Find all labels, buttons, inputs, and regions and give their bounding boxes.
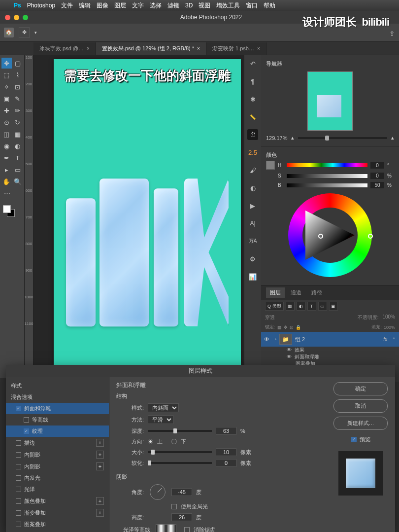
stamp-tool[interactable]: ⊙ xyxy=(1,117,12,128)
gradient-tool[interactable]: ▦ xyxy=(13,129,23,140)
add-icon[interactable]: + xyxy=(96,462,104,470)
lock-all-icon[interactable]: 🔒 xyxy=(296,325,301,330)
lock-artboard-icon[interactable]: ⊡ xyxy=(290,325,294,330)
home-icon[interactable]: 🏠 xyxy=(4,28,14,37)
shape-tool[interactable]: ▭ xyxy=(13,164,23,175)
move-tool-icon[interactable]: ✥ xyxy=(19,27,30,38)
path-select-tool[interactable]: ▸ xyxy=(1,164,12,175)
move-tool[interactable]: ✥ xyxy=(1,58,12,69)
global-light-checkbox[interactable] xyxy=(171,504,177,509)
frame-tool[interactable]: ▣ xyxy=(1,93,12,104)
edit-toolbar[interactable]: ⋯ xyxy=(1,188,12,199)
share-icon[interactable]: ⇪ xyxy=(389,30,395,37)
timer-panel-icon[interactable]: ⏱ xyxy=(247,129,258,140)
menu-app[interactable]: Photoshop xyxy=(27,2,55,9)
checkbox-icon[interactable] xyxy=(16,464,21,469)
size-input[interactable] xyxy=(216,448,236,456)
ruler-panel-icon[interactable]: 📏 xyxy=(247,111,258,122)
style-bevel[interactable]: ✓斜面和浮雕 xyxy=(6,403,109,414)
eraser-tool[interactable]: ◫ xyxy=(1,129,12,140)
style-color-overlay[interactable]: 颜色叠加+ xyxy=(6,495,109,507)
tab-channels[interactable]: 通道 xyxy=(287,287,305,298)
saturation-value[interactable]: 0 xyxy=(370,173,384,179)
heal-tool[interactable]: ✚ xyxy=(1,105,12,116)
blend-mode-select[interactable]: 穿透 xyxy=(265,314,275,321)
color-wheel[interactable] xyxy=(288,193,372,277)
menu-plugins[interactable]: 增效工具 xyxy=(216,1,240,10)
lasso-tool[interactable]: ⌇ xyxy=(13,70,23,80)
styles-header[interactable]: 样式 xyxy=(6,380,109,391)
style-satin[interactable]: 光泽 xyxy=(6,484,109,495)
style-inner-shadow-2[interactable]: 内阴影+ xyxy=(6,461,109,472)
layer-effects-label[interactable]: 👁效果 xyxy=(261,347,399,354)
checkbox-icon[interactable] xyxy=(16,487,21,492)
filter-smart-icon[interactable]: ▣ xyxy=(329,302,338,311)
traffic-lights[interactable] xyxy=(5,15,28,20)
zoom-tool[interactable]: 🔍 xyxy=(13,176,23,187)
eyedropper-tool[interactable]: ✎ xyxy=(13,93,23,104)
soften-input[interactable] xyxy=(216,459,236,467)
lock-pixels-icon[interactable]: ▦ xyxy=(277,325,282,330)
adjust-panel-icon[interactable]: ◐ xyxy=(247,182,258,193)
soften-slider[interactable] xyxy=(148,462,212,464)
style-texture[interactable]: ✓纹理 xyxy=(6,426,109,437)
chevron-down-icon[interactable]: ⌃ xyxy=(392,337,396,342)
style-stroke[interactable]: 描边+ xyxy=(6,437,109,449)
angle-input[interactable] xyxy=(171,488,192,496)
document-canvas[interactable] xyxy=(54,59,241,365)
menu-window[interactable]: 窗口 xyxy=(246,1,258,10)
checkbox-icon[interactable] xyxy=(16,522,21,527)
checkbox-icon[interactable] xyxy=(16,440,21,446)
filter-shape-icon[interactable]: ▭ xyxy=(318,302,327,311)
checkbox-icon[interactable] xyxy=(16,510,21,516)
tab-paths[interactable]: 路径 xyxy=(307,287,326,298)
cancel-button[interactable]: 取消 xyxy=(333,399,388,413)
doc-tab-2[interactable]: 渐变映射 1.psb…× xyxy=(206,42,266,55)
brushes-panel-icon[interactable]: 🖌 xyxy=(247,165,258,176)
menu-edit[interactable]: 编辑 xyxy=(79,1,91,10)
filter-kind[interactable]: Q 类型 xyxy=(265,302,284,311)
history-brush-tool[interactable]: ↻ xyxy=(13,117,23,128)
checkbox-icon[interactable] xyxy=(24,417,29,423)
sliders-panel-icon[interactable]: ⚙ xyxy=(247,253,258,264)
direction-down-radio[interactable] xyxy=(171,439,177,444)
menu-filter[interactable]: 滤镜 xyxy=(167,1,179,10)
menu-layer[interactable]: 图层 xyxy=(114,1,126,10)
brush-tool[interactable]: ✏ xyxy=(13,105,23,116)
checkbox-icon[interactable] xyxy=(16,475,21,481)
doc-tab-0[interactable]: 冰块字效.psd @…× xyxy=(33,42,96,55)
wand-tool[interactable]: ✧ xyxy=(1,81,12,92)
type-tool[interactable]: T xyxy=(13,152,23,163)
play-panel-icon[interactable]: ▶ xyxy=(247,200,258,211)
color-swatch[interactable] xyxy=(266,161,275,170)
history-panel-icon[interactable]: ↶ xyxy=(247,58,258,69)
ok-button[interactable]: 确定 xyxy=(333,382,388,395)
checkbox-icon[interactable] xyxy=(16,498,21,504)
loading-icon[interactable]: ✱ xyxy=(247,94,258,105)
add-icon[interactable]: + xyxy=(96,497,104,505)
hue-value[interactable]: 0 xyxy=(370,162,384,169)
depth-slider[interactable] xyxy=(148,430,212,432)
add-icon[interactable]: + xyxy=(96,509,104,517)
add-icon[interactable]: + xyxy=(96,439,104,447)
saturation-slider[interactable] xyxy=(287,174,367,178)
visibility-icon[interactable]: 👁 xyxy=(287,354,292,359)
zoom-in-icon[interactable]: ▴ xyxy=(391,135,394,141)
size-slider[interactable] xyxy=(148,451,212,453)
dodge-tool[interactable]: ◐ xyxy=(13,141,23,151)
blur-tool[interactable]: ◉ xyxy=(1,141,12,151)
style-select[interactable]: 内斜面 xyxy=(148,403,179,412)
style-pattern-overlay[interactable]: 图案叠加 xyxy=(6,519,109,530)
checkbox-icon[interactable] xyxy=(16,452,21,458)
style-contour[interactable]: 等高线 xyxy=(6,414,109,426)
style-inner-shadow[interactable]: 内阴影+ xyxy=(6,449,109,461)
menu-help[interactable]: 帮助 xyxy=(264,1,275,10)
layer-effect-bevel[interactable]: 👁斜面和浮雕 xyxy=(261,354,399,360)
filter-adjust-icon[interactable]: ◐ xyxy=(297,302,305,311)
character-panel-icon[interactable]: A| xyxy=(247,218,258,229)
close-icon[interactable]: × xyxy=(257,46,260,51)
opacity-value[interactable]: 100% xyxy=(382,314,395,321)
angle-dial[interactable] xyxy=(150,484,166,500)
close-icon[interactable]: × xyxy=(197,46,200,51)
preview-checkbox[interactable]: ✓ xyxy=(351,437,357,442)
